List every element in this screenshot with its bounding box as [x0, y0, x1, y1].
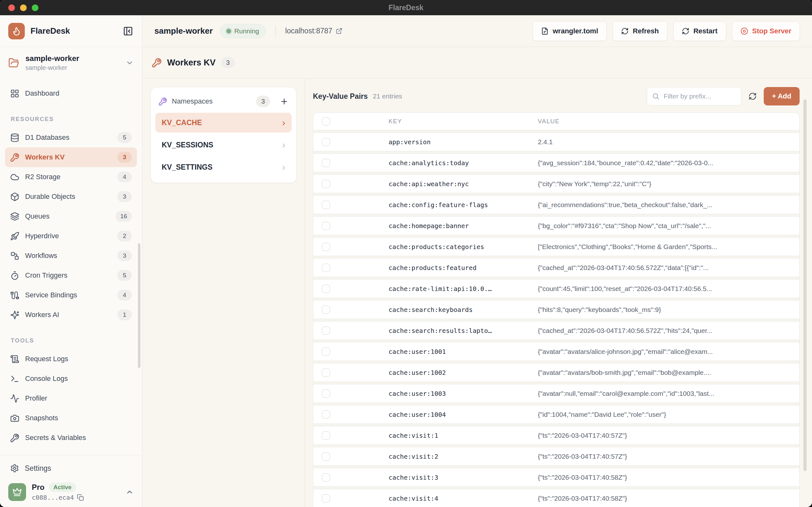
table-row: cache:analytics:today {"avg_session":184… [313, 154, 799, 172]
table-row: cache:user:1003 {"avatar":null,"email":"… [313, 384, 799, 403]
row-checkbox[interactable] [322, 347, 330, 356]
plan-card[interactable]: Pro Active c088...eca4 [5, 483, 137, 501]
namespace-name: KV_SESSIONS [162, 141, 213, 149]
sidebar-item-label: D1 Databases [25, 133, 69, 142]
row-checkbox[interactable] [322, 201, 330, 209]
chevron-down-icon [125, 59, 134, 67]
column-header-value: VALUE [529, 118, 799, 125]
row-checkbox[interactable] [322, 305, 330, 314]
sidebar-item-profiler[interactable]: Profiler [5, 389, 137, 408]
cloud-icon [10, 172, 19, 182]
kv-value: {"cached_at":"2026-03-04T17:40:56.572Z",… [529, 264, 799, 272]
row-checkbox[interactable] [322, 473, 330, 482]
row-checkbox[interactable] [322, 327, 330, 335]
namespaces-card: Namespaces 3 KV_CACHE › KV_SESSIONS › KV… [151, 87, 296, 183]
kv-value: ["Electronics","Clothing","Books","Home … [529, 243, 799, 250]
row-checkbox[interactable] [322, 452, 330, 461]
table-scrollbar[interactable] [803, 100, 807, 471]
sidebar-item-cron-triggers[interactable]: Cron Triggers 5 [5, 266, 137, 285]
sidebar-item-dashboard[interactable]: Dashboard [5, 83, 137, 103]
sidebar-item-secrets-variables[interactable]: Secrets & Variables [5, 428, 137, 448]
kv-value: {"ts":"2026-03-04T17:40:58Z"} [529, 474, 799, 481]
sidebar-item-request-logs[interactable]: Request Logs [5, 349, 137, 369]
kv-value: {"avatar":"avatars/bob-smith.jpg","email… [529, 369, 799, 377]
row-checkbox[interactable] [322, 222, 330, 230]
sidebar-item-workers-ai[interactable]: Workers AI 1 [5, 305, 137, 325]
sidebar-item-settings[interactable]: Settings [5, 459, 137, 477]
table-row: cache:api:weather:nyc {"city":"New York"… [313, 174, 799, 193]
kv-key: cache:products:categories [380, 243, 529, 250]
filter-input[interactable] [647, 87, 742, 106]
project-selector[interactable]: sample-worker sample-worker [0, 47, 142, 76]
plan-status-badge: Active [49, 483, 76, 492]
table-row: cache:user:1002 {"avatar":"avatars/bob-s… [313, 363, 799, 382]
refresh-button[interactable]: Refresh [613, 21, 668, 41]
restart-button[interactable]: Restart [673, 21, 726, 41]
row-checkbox[interactable] [322, 432, 330, 440]
count-badge: 1 [117, 309, 132, 320]
sidebar-item-label: Profiler [25, 394, 47, 402]
collapse-sidebar-button[interactable] [122, 25, 134, 37]
key-icon [10, 153, 19, 162]
row-checkbox[interactable] [322, 369, 330, 377]
stop-server-button[interactable]: Stop Server [732, 21, 800, 41]
worker-name: sample-worker [155, 26, 213, 36]
sidebar-item-queues[interactable]: Queues 16 [5, 207, 137, 226]
sidebar-item-snapshots[interactable]: Snapshots [5, 408, 137, 428]
kv-key: cache:api:weather:nyc [380, 180, 529, 188]
count-badge: 2 [117, 231, 132, 241]
plan-name: Pro [32, 483, 45, 492]
row-checkbox[interactable] [322, 180, 330, 188]
cable-icon [10, 291, 19, 300]
row-checkbox[interactable] [322, 159, 330, 167]
select-all-checkbox[interactable] [322, 117, 330, 125]
sidebar-scrollbar[interactable] [138, 243, 140, 368]
plus-icon [280, 97, 288, 106]
crown-icon [8, 483, 26, 501]
resources-section-label: RESOURCES [11, 116, 137, 123]
row-checkbox[interactable] [322, 138, 330, 146]
activity-icon [10, 394, 19, 403]
sidebar-item-console-logs[interactable]: Console Logs [5, 369, 137, 389]
sidebar-item-r2-storage[interactable]: R2 Storage 4 [5, 167, 137, 187]
count-badge: 16 [116, 211, 132, 222]
titlebar: FlareDesk [0, 0, 812, 15]
kv-key: cache:config:feature-flags [380, 201, 529, 209]
namespaces-count-badge: 3 [256, 96, 270, 107]
add-key-button[interactable]: + Add [764, 87, 800, 106]
row-checkbox[interactable] [322, 494, 330, 503]
copy-icon[interactable] [77, 494, 84, 501]
sidebar-item-d1-databases[interactable]: D1 Databases 5 [5, 128, 137, 148]
namespace-item[interactable]: KV_SESSIONS › [155, 135, 292, 155]
namespace-item[interactable]: KV_SETTINGS › [155, 157, 292, 177]
row-checkbox[interactable] [322, 264, 330, 272]
page-header: Workers KV 3 [142, 47, 812, 78]
terminal-icon [10, 374, 19, 383]
app-name: FlareDesk [31, 26, 70, 36]
gear-icon [10, 464, 19, 473]
kv-value: {"ts":"2026-03-04T17:40:57Z"} [529, 453, 799, 460]
kv-value: {"ai_recommendations":true,"beta_checkou… [529, 201, 799, 209]
window-title: FlareDesk [0, 3, 812, 12]
kv-value: {"cached_at":"2026-03-04T17:40:56.572Z",… [529, 327, 799, 335]
sidebar-item-durable-objects[interactable]: Durable Objects 3 [5, 187, 137, 207]
namespace-item[interactable]: KV_CACHE › [155, 113, 292, 132]
sidebar-item-service-bindings[interactable]: Service Bindings 4 [5, 285, 137, 305]
count-badge: 4 [117, 290, 132, 300]
row-checkbox[interactable] [322, 285, 330, 293]
sidebar-item-workers-kv[interactable]: Workers KV 3 [5, 148, 137, 167]
add-namespace-button[interactable] [280, 97, 288, 106]
row-checkbox[interactable] [322, 389, 330, 398]
namespace-name: KV_SETTINGS [162, 163, 213, 172]
kv-key: cache:visit:2 [380, 453, 529, 460]
wrangler-toml-button[interactable]: wrangler.toml [532, 21, 607, 41]
database-icon [10, 133, 19, 142]
sidebar-item-workflows[interactable]: Workflows 3 [5, 246, 137, 266]
row-checkbox[interactable] [322, 410, 330, 419]
refresh-list-button[interactable] [748, 92, 757, 100]
row-checkbox[interactable] [322, 243, 330, 251]
scroll-text-icon [10, 354, 19, 364]
chevron-right-icon: › [282, 118, 285, 127]
sidebar-item-hyperdrive[interactable]: Hyperdrive 2 [5, 226, 137, 246]
host-link[interactable]: localhost:8787 [285, 27, 342, 35]
